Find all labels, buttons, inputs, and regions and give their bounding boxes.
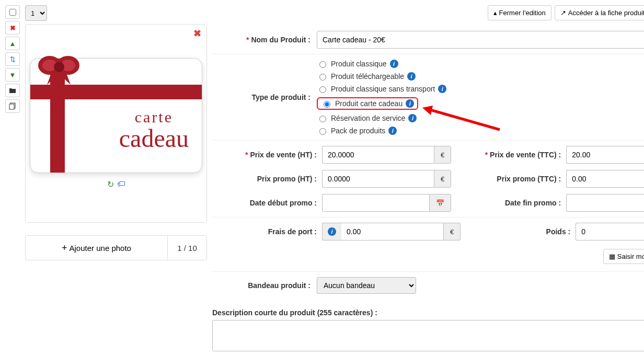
shipping-label: Frais de port : <box>212 227 317 236</box>
type-option-classic[interactable]: Produit classiquei <box>317 60 644 68</box>
remove-photo-icon[interactable]: ✖ <box>193 28 201 39</box>
promo-ttc-input[interactable] <box>566 170 644 188</box>
type-option-pack[interactable]: Pack de produitsi <box>317 127 644 135</box>
chevron-up-icon: ▴ <box>493 9 497 17</box>
add-photo-label: Ajouter une photo <box>70 244 131 253</box>
calendar-icon[interactable]: 📅 <box>429 194 451 212</box>
name-label: *Nom du Produit : <box>212 36 317 44</box>
desc-textarea[interactable] <box>212 320 644 351</box>
photo-order-select[interactable]: 1 <box>25 5 47 21</box>
close-edition-label: Fermer l'edition <box>499 9 546 17</box>
folder-button[interactable] <box>5 84 20 97</box>
delete-button[interactable]: ✖ <box>5 21 20 35</box>
copy-button[interactable] <box>5 99 20 113</box>
price-ttc-label: *Prix de vente (TTC) : <box>456 151 561 159</box>
giftcard-line1: carte <box>119 108 189 126</box>
type-options: Produit classiquei Produit téléchargeabl… <box>317 60 644 135</box>
product-name-input[interactable] <box>317 31 644 49</box>
promo-ht-label: Prix promo (HT) : <box>212 175 317 183</box>
plus-icon: + <box>62 243 67 254</box>
swap-button[interactable]: ⇅ <box>5 52 20 66</box>
currency-addon: € <box>434 146 451 164</box>
select-checkbox[interactable] <box>5 5 20 19</box>
info-icon[interactable]: i <box>388 127 397 135</box>
move-up-button[interactable]: ▲ <box>5 37 20 50</box>
info-icon[interactable]: i <box>406 99 414 108</box>
info-icon[interactable]: i <box>322 223 341 241</box>
stock-button[interactable]: ▦Saisir mon stock produit <box>603 249 644 264</box>
external-link-icon: ↗ <box>560 9 566 17</box>
type-option-giftcard[interactable]: Produit carte cadeaui <box>317 97 418 110</box>
photo-count: 1 / 10 <box>167 236 206 260</box>
weight-label: Poids : <box>466 227 570 236</box>
price-ht-label: *Prix de vente (HT) : <box>212 151 317 159</box>
type-option-notransport[interactable]: Produit classique sans transporti <box>317 85 644 93</box>
date-end-input[interactable] <box>566 194 644 212</box>
info-icon[interactable]: i <box>407 72 416 81</box>
info-icon[interactable]: i <box>390 60 398 68</box>
svg-point-6 <box>54 62 64 72</box>
date-start-input[interactable] <box>322 194 429 212</box>
move-down-button[interactable]: ▼ <box>5 68 20 82</box>
svg-rect-1 <box>9 104 14 109</box>
giftcard-image: carte cadeau <box>30 58 202 173</box>
date-end-label: Date fin promo : <box>456 199 561 207</box>
desc-label: Description courte du produit (255 carac… <box>212 308 644 317</box>
tag-icon[interactable]: 🏷 <box>117 179 125 189</box>
type-option-download[interactable]: Produit téléchargeablei <box>317 72 644 81</box>
promo-ht-input[interactable] <box>322 170 434 188</box>
grid-icon: ▦ <box>609 253 615 260</box>
row-checkbox[interactable] <box>9 9 16 16</box>
product-photo-frame: ✖ carte cadeau <box>25 24 207 223</box>
bandeau-label: Bandeau produit : <box>212 281 317 290</box>
type-option-reservation[interactable]: Réservation de servicei <box>317 114 644 122</box>
bandeau-select[interactable]: Aucun bandeau <box>317 277 416 294</box>
rotate-icon[interactable]: ↻ <box>107 179 114 189</box>
giftcard-line2: cadeau <box>119 124 189 153</box>
currency-addon: € <box>443 223 461 241</box>
add-photo-button[interactable]: + Ajouter une photo <box>26 236 167 260</box>
currency-addon: € <box>434 170 451 188</box>
date-start-label: Date début promo : <box>212 199 317 207</box>
info-icon[interactable]: i <box>408 114 417 122</box>
type-label: Type de produit : <box>212 93 317 101</box>
promo-ttc-label: Prix promo (TTC) : <box>456 175 561 183</box>
close-edition-button[interactable]: ▴ Fermer l'edition <box>488 5 551 20</box>
view-product-button[interactable]: ↗ Accéder à la fiche produit <box>555 5 644 20</box>
view-product-label: Accéder à la fiche produit <box>568 9 644 17</box>
price-ttc-input[interactable] <box>566 146 644 164</box>
weight-input[interactable] <box>576 223 644 241</box>
shipping-input[interactable] <box>341 223 443 241</box>
info-icon[interactable]: i <box>438 85 446 93</box>
price-ht-input[interactable] <box>322 146 434 164</box>
